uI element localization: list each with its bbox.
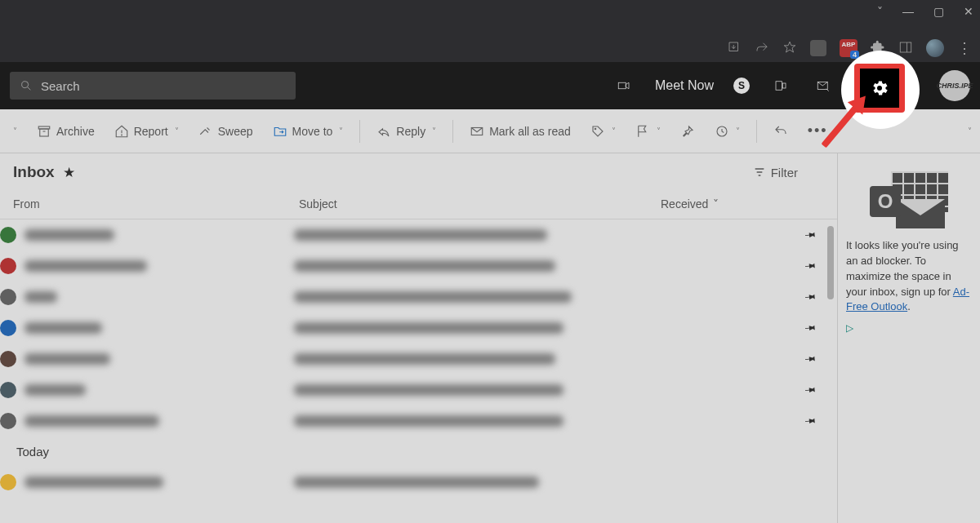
teams-icon[interactable] <box>769 74 792 97</box>
message-list[interactable]: Today <box>0 219 837 523</box>
search-input[interactable]: Search <box>10 72 296 100</box>
subject-text <box>294 260 555 272</box>
ad-blocker-message: It looks like you're using an ad blocker… <box>846 238 972 315</box>
scrollbar[interactable] <box>826 219 835 523</box>
scrollbar-thumb[interactable] <box>827 226 834 299</box>
inbox-header: Inbox ★ Filter <box>0 153 837 189</box>
message-row[interactable] <box>0 250 837 281</box>
pin-icon[interactable] <box>803 258 819 274</box>
sender-avatar <box>0 227 16 243</box>
mail-action-icon[interactable] <box>812 74 835 97</box>
install-app-icon[interactable] <box>727 40 742 57</box>
browser-menu-icon[interactable]: ⋮ <box>957 39 972 57</box>
snooze-button[interactable]: ˅ <box>706 119 748 144</box>
pin-icon[interactable] <box>803 289 819 305</box>
account-avatar[interactable]: CHRIS.IPE <box>939 70 970 101</box>
video-icon[interactable] <box>612 74 635 97</box>
message-row[interactable] <box>0 343 837 375</box>
pin-icon[interactable] <box>803 382 819 398</box>
message-row[interactable] <box>0 219 837 250</box>
svg-rect-5 <box>776 82 782 91</box>
restore-down-icon[interactable]: ˅ <box>877 5 883 18</box>
sweep-button[interactable]: Sweep <box>190 119 261 144</box>
ad-panel: O It looks like you're using an ad block… <box>838 153 980 523</box>
extension-icon-1[interactable] <box>810 40 826 56</box>
message-row[interactable] <box>0 467 837 498</box>
col-received[interactable]: Received˅ <box>661 197 824 211</box>
sender-avatar <box>0 351 16 367</box>
column-headers: From Subject Received˅ <box>0 189 837 219</box>
message-row[interactable] <box>0 312 837 343</box>
share-icon[interactable] <box>755 40 769 57</box>
from-text <box>24 260 147 272</box>
mark-all-read-button[interactable]: Mark all as read <box>461 119 579 144</box>
archive-button[interactable]: Archive <box>29 119 103 144</box>
sender-avatar <box>0 474 16 490</box>
outlook-logo-icon: O <box>870 171 948 228</box>
subject-text <box>294 322 564 334</box>
gear-icon <box>870 78 889 98</box>
svg-rect-0 <box>900 42 911 52</box>
svg-point-2 <box>22 82 29 88</box>
pin-button[interactable] <box>672 119 703 144</box>
filter-icon <box>753 166 766 179</box>
minimize-button[interactable]: — <box>902 5 914 18</box>
col-from[interactable]: From <box>13 197 299 211</box>
from-text <box>24 229 114 241</box>
main-content: Inbox ★ Filter From Subject Received˅ To… <box>0 153 980 523</box>
report-button[interactable]: Report˅ <box>106 119 187 144</box>
adblock-icon[interactable]: ABP4 <box>840 39 858 57</box>
pin-icon[interactable] <box>803 320 819 336</box>
window-controls: ˅ — ▢ ✕ <box>877 5 973 18</box>
sender-avatar <box>0 289 16 305</box>
chevron-down-icon: ˅ <box>713 197 719 211</box>
from-text <box>24 384 86 396</box>
pin-icon[interactable] <box>803 227 819 243</box>
filter-button[interactable]: Filter <box>753 166 824 180</box>
pin-icon[interactable] <box>803 351 819 367</box>
svg-point-16 <box>595 128 596 130</box>
message-row[interactable] <box>0 406 837 437</box>
search-icon <box>20 79 33 92</box>
message-row[interactable] <box>0 281 837 312</box>
skype-icon[interactable]: S <box>733 78 750 94</box>
ribbon-collapse-button[interactable]: ˅ <box>958 122 980 140</box>
from-text <box>24 415 159 427</box>
reply-button[interactable]: Reply˅ <box>368 119 444 144</box>
svg-rect-11 <box>40 129 49 136</box>
browser-chrome: ˅ — ▢ ✕ ABP4 ⋮ <box>0 0 980 62</box>
favorite-folder-icon[interactable]: ★ <box>63 164 75 181</box>
search-placeholder: Search <box>41 79 80 93</box>
adchoices-icon[interactable]: ▷ <box>846 321 972 335</box>
from-text <box>24 476 163 488</box>
svg-point-14 <box>121 135 122 135</box>
svg-rect-6 <box>782 83 786 88</box>
subject-text <box>294 291 572 303</box>
folder-title: Inbox <box>13 163 55 181</box>
svg-point-9 <box>877 86 882 91</box>
maximize-button[interactable]: ▢ <box>933 5 944 18</box>
profile-avatar[interactable] <box>926 39 944 57</box>
from-text <box>24 322 102 334</box>
pin-icon[interactable] <box>803 413 819 429</box>
from-text <box>24 353 110 365</box>
sender-avatar <box>0 413 16 429</box>
flag-button[interactable]: ˅ <box>627 119 669 144</box>
move-to-button[interactable]: Move to˅ <box>265 119 352 144</box>
subject-text <box>294 229 547 241</box>
favorite-icon[interactable] <box>782 40 797 57</box>
categorize-button[interactable]: ˅ <box>582 119 624 144</box>
col-subject[interactable]: Subject <box>299 197 661 211</box>
sidepanel-icon[interactable] <box>898 40 913 57</box>
sender-avatar <box>0 320 16 336</box>
prev-button-partial[interactable]: ˅ <box>3 122 25 140</box>
mail-list-pane: Inbox ★ Filter From Subject Received˅ To… <box>0 153 838 523</box>
undo-button[interactable] <box>765 119 796 144</box>
subject-text <box>294 384 564 396</box>
message-row[interactable] <box>0 375 837 406</box>
app-header: Search Meet Now S CHRIS.IPE <box>0 62 980 109</box>
close-window-button[interactable]: ✕ <box>964 5 973 18</box>
meet-now-button[interactable]: Meet Now <box>655 78 714 93</box>
svg-line-3 <box>28 87 30 90</box>
section-today: Today <box>0 437 837 467</box>
